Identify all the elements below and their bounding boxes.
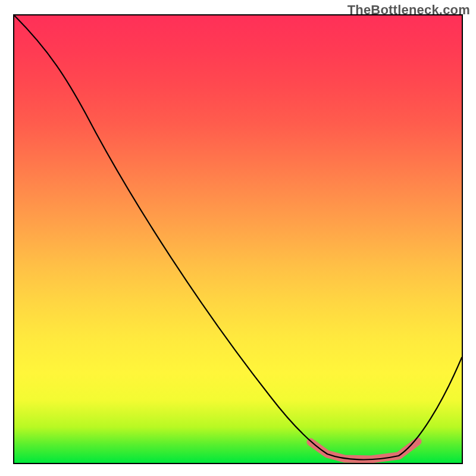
highlight-segment xyxy=(311,441,418,459)
main-curve xyxy=(14,15,462,459)
chart-plot-area xyxy=(13,14,463,464)
bottleneck-curve-svg xyxy=(14,15,462,463)
